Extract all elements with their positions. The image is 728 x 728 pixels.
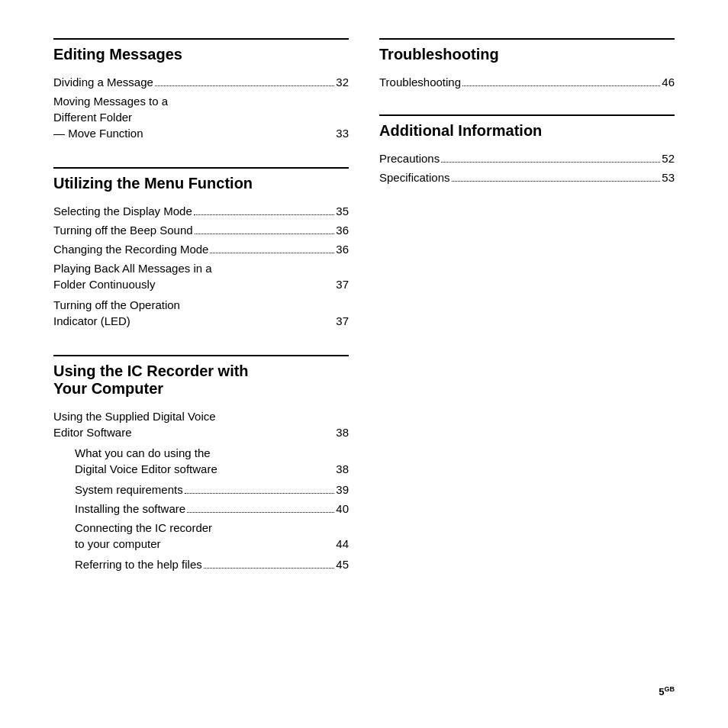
toc-entry-turning-off-op: Turning off the Operation Indicator (LED… xyxy=(53,297,349,329)
toc-moving-messages-row3: — Move Function 33 xyxy=(53,125,349,141)
toc-connecting-ic-row2: to your computer 44 xyxy=(75,536,349,552)
toc-page-precautions: 52 xyxy=(662,150,675,166)
toc-dots-turning-off-beep xyxy=(195,234,335,234)
section-editing-messages: Editing Messages Dividing a Message 32 M… xyxy=(53,38,349,146)
toc-entry-referring-help: Referring to the help files 45 xyxy=(53,556,349,572)
toc-dots-dividing-message xyxy=(155,85,334,86)
toc-entry-moving-messages: Moving Messages to a Different Folder — … xyxy=(53,93,349,141)
toc-using-supplied-line2: Editor Software xyxy=(53,424,336,440)
toc-entry-dividing-message: Dividing a Message 32 xyxy=(53,74,349,90)
toc-entry-installing-software: Installing the software 40 xyxy=(53,501,349,517)
toc-label-referring-help: Referring to the help files xyxy=(75,556,202,572)
toc-entry-selecting-display: Selecting the Display Mode 35 xyxy=(53,203,349,219)
toc-page-troubleshooting: 46 xyxy=(662,74,675,90)
toc-label-selecting-display: Selecting the Display Mode xyxy=(53,203,192,219)
toc-label-changing-recording: Changing the Recording Mode xyxy=(53,241,208,257)
section-additional-info: Additional Information Precautions 52 Sp… xyxy=(379,114,675,188)
toc-entry-troubleshooting: Troubleshooting 46 xyxy=(379,74,675,90)
section-troubleshooting-header: Troubleshooting xyxy=(379,38,675,63)
toc-connecting-ic-line1: Connecting the IC recorder xyxy=(75,520,349,536)
page-container: Editing Messages Dividing a Message 32 M… xyxy=(0,0,728,728)
toc-entry-precautions: Precautions 52 xyxy=(379,150,675,166)
left-column: Editing Messages Dividing a Message 32 M… xyxy=(53,38,349,690)
toc-playing-back-line2: Folder Continuously xyxy=(53,276,336,292)
toc-moving-messages-line1: Moving Messages to a xyxy=(53,93,349,109)
toc-page-turning-off-beep: 36 xyxy=(336,222,349,238)
toc-what-can-do-row2: Digital Voice Editor software 38 xyxy=(75,461,349,477)
toc-page-using-supplied: 38 xyxy=(336,424,349,440)
toc-dots-installing-software xyxy=(187,512,334,513)
toc-page-what-can-do: 38 xyxy=(336,461,349,477)
section-troubleshooting-title: Troubleshooting xyxy=(379,46,499,63)
section-troubleshooting: Troubleshooting Troubleshooting 46 xyxy=(379,38,675,93)
toc-page-referring-help: 45 xyxy=(336,556,349,572)
toc-label-system-req: System requirements xyxy=(75,482,183,498)
footer-page-number: 5GB xyxy=(659,685,675,697)
toc-dots-precautions xyxy=(441,162,660,163)
toc-entry-specifications: Specifications 53 xyxy=(379,169,675,185)
toc-page-playing-back: 37 xyxy=(336,276,349,292)
toc-entry-turning-off-beep: Turning off the Beep Sound 36 xyxy=(53,222,349,238)
toc-moving-messages-line2: Different Folder xyxy=(53,109,349,125)
toc-entry-system-req: System requirements 39 xyxy=(53,482,349,498)
section-utilizing-menu-header: Utilizing the Menu Function xyxy=(53,167,349,192)
toc-dots-system-req xyxy=(185,493,335,494)
section-using-ic-recorder-header: Using the IC Recorder withYour Computer xyxy=(53,355,349,398)
right-column: Troubleshooting Troubleshooting 46 Addit… xyxy=(379,38,675,690)
toc-moving-messages-line3: — Move Function xyxy=(53,125,336,141)
toc-page-specifications: 53 xyxy=(662,169,675,185)
section-additional-info-header: Additional Information xyxy=(379,114,675,140)
toc-connecting-ic-line2: to your computer xyxy=(75,536,336,552)
toc-dots-troubleshooting xyxy=(462,85,660,86)
toc-label-troubleshooting: Troubleshooting xyxy=(379,74,461,90)
toc-page-installing-software: 40 xyxy=(336,501,349,517)
toc-page-system-req: 39 xyxy=(336,482,349,498)
section-editing-messages-header: Editing Messages xyxy=(53,38,349,63)
toc-turning-off-op-row2: Indicator (LED) 37 xyxy=(53,313,349,329)
section-using-ic-recorder: Using the IC Recorder withYour Computer … xyxy=(53,355,349,575)
section-additional-info-title: Additional Information xyxy=(379,122,542,139)
toc-label-precautions: Precautions xyxy=(379,150,440,166)
toc-turning-off-op-line1: Turning off the Operation xyxy=(53,297,349,313)
toc-playing-back-line1: Playing Back All Messages in a xyxy=(53,260,349,276)
toc-what-can-do-line1: What you can do using the xyxy=(75,445,349,461)
toc-entry-playing-back: Playing Back All Messages in a Folder Co… xyxy=(53,260,349,292)
toc-label-installing-software: Installing the software xyxy=(75,501,185,517)
page-number: 5 xyxy=(659,686,664,697)
section-editing-messages-title: Editing Messages xyxy=(53,46,182,63)
section-utilizing-menu-title: Utilizing the Menu Function xyxy=(53,175,253,192)
section-using-ic-recorder-title: Using the IC Recorder withYour Computer xyxy=(53,362,249,397)
section-utilizing-menu: Utilizing the Menu Function Selecting th… xyxy=(53,167,349,333)
toc-label-dividing-message: Dividing a Message xyxy=(53,74,153,90)
toc-what-can-do-line2: Digital Voice Editor software xyxy=(75,461,336,477)
page-superscript: GB xyxy=(665,685,675,693)
toc-page-selecting-display: 35 xyxy=(336,203,349,219)
toc-label-turning-off-beep: Turning off the Beep Sound xyxy=(53,222,193,238)
toc-dots-referring-help xyxy=(204,568,335,569)
toc-dots-changing-recording xyxy=(210,253,334,253)
toc-dots-specifications xyxy=(452,181,661,182)
toc-entry-what-you-can-do: What you can do using the Digital Voice … xyxy=(53,445,349,477)
toc-page-turning-off-op: 37 xyxy=(336,313,349,329)
toc-playing-back-row2: Folder Continuously 37 xyxy=(53,276,349,292)
toc-using-supplied-line1: Using the Supplied Digital Voice xyxy=(53,408,349,424)
toc-entry-using-supplied: Using the Supplied Digital Voice Editor … xyxy=(53,408,349,440)
toc-page-changing-recording: 36 xyxy=(336,241,349,257)
toc-dots-selecting-display xyxy=(194,214,335,215)
toc-page-dividing-message: 32 xyxy=(336,74,349,90)
toc-page-connecting-ic: 44 xyxy=(336,536,349,552)
toc-page-moving-messages: 33 xyxy=(336,125,349,141)
toc-turning-off-op-line2: Indicator (LED) xyxy=(53,313,336,329)
toc-label-specifications: Specifications xyxy=(379,169,450,185)
toc-entry-connecting-ic: Connecting the IC recorder to your compu… xyxy=(53,520,349,552)
toc-entry-changing-recording: Changing the Recording Mode 36 xyxy=(53,241,349,257)
toc-using-supplied-row2: Editor Software 38 xyxy=(53,424,349,440)
